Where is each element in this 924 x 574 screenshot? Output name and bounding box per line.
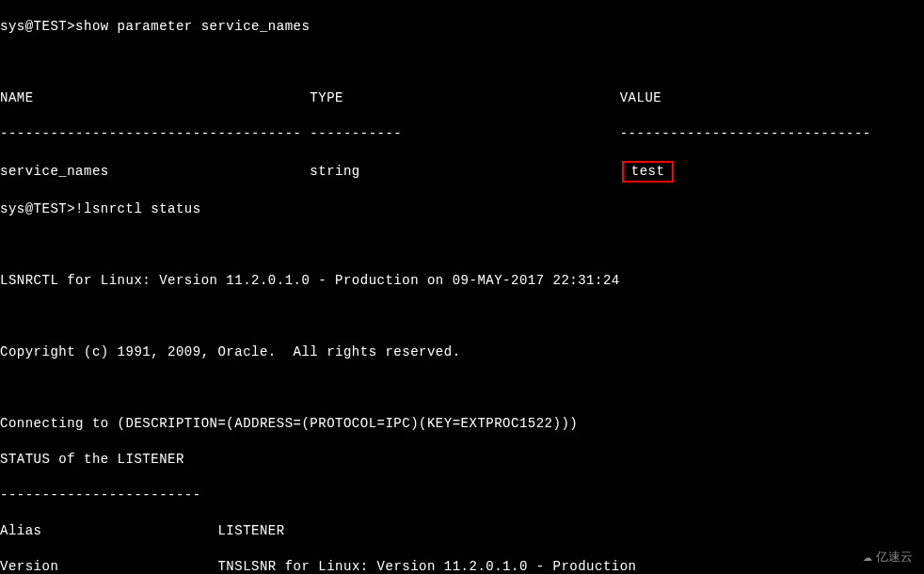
highlighted-value: test — [622, 161, 675, 183]
blank-line — [0, 54, 924, 72]
blank-line — [0, 308, 924, 326]
terminal-output: sys@TEST>show parameter service_names NA… — [0, 0, 924, 574]
copyright-line: Copyright (c) 1991, 2009, Oracle. All ri… — [0, 343, 924, 361]
watermark: ☁ 亿速云 — [863, 549, 913, 566]
lsnrctl-header: LSNRCTL for Linux: Version 11.2.0.1.0 - … — [0, 272, 924, 290]
connecting-line: Connecting to (DESCRIPTION=(ADDRESS=(PRO… — [0, 415, 924, 433]
table-dashes: ------------------------------------ ---… — [0, 125, 924, 143]
cloud-icon: ☁ — [863, 549, 872, 566]
param-row: service_names string test — [0, 161, 924, 183]
command-line-1: sys@TEST>show parameter service_names — [0, 18, 924, 36]
command-line-2: sys@TEST>!lsnrctl status — [0, 200, 924, 218]
status-dashes: ------------------------ — [0, 486, 924, 504]
alias-row: Alias LISTENER — [0, 522, 924, 540]
blank-line — [0, 379, 924, 397]
blank-line — [0, 236, 924, 254]
version-row: Version TNSLSNR for Linux: Version 11.2.… — [0, 558, 924, 574]
table-header: NAME TYPE VALUE — [0, 89, 924, 107]
watermark-text: 亿速云 — [876, 549, 913, 566]
status-header: STATUS of the LISTENER — [0, 451, 924, 469]
